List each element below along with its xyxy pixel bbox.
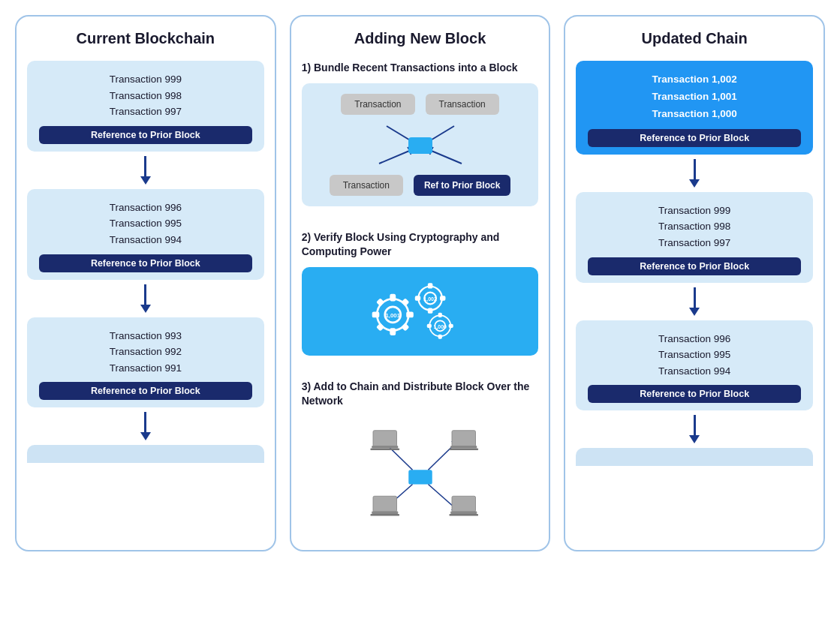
svg-rect-44 [452, 496, 476, 512]
svg-rect-18 [428, 284, 431, 287]
tx-label-3: Transaction [330, 175, 403, 196]
crypto-diagram: 1,001 1,002 [302, 267, 539, 356]
adding-block-title: Adding New Block [354, 30, 486, 47]
updated-block-partial [576, 448, 813, 466]
current-blockchain-title: Current Blockchain [77, 30, 215, 47]
bundle-top-row: Transaction Transaction [341, 94, 499, 115]
arrow-3 [140, 412, 151, 440]
svg-rect-21 [441, 296, 444, 299]
updated-arrow-line-1 [694, 159, 696, 179]
current-block-3-transactions: Transaction 993Transaction 992Transactio… [39, 328, 252, 377]
svg-rect-37 [370, 448, 399, 450]
main-container: Current Blockchain Transaction 999Transa… [15, 15, 825, 551]
svg-rect-8 [390, 329, 394, 334]
updated-block-3-ref: Reference to Prior Block [588, 385, 801, 403]
arrow-head-2 [140, 305, 151, 313]
svg-rect-12 [402, 299, 408, 305]
svg-rect-35 [373, 431, 397, 446]
svg-rect-10 [407, 313, 412, 317]
svg-rect-9 [373, 313, 378, 317]
tx-label-2: Transaction [426, 94, 499, 115]
svg-rect-25 [438, 313, 441, 316]
updated-block-2-transactions: Transaction 999Transaction 998Transactio… [588, 203, 801, 251]
updated-arrow-2 [689, 287, 700, 316]
current-block-1: Transaction 999Transaction 998Transactio… [27, 61, 264, 152]
updated-block-new: Transaction 1,002Transaction 1,001Transa… [576, 61, 813, 155]
updated-block-3: Transaction 996Transaction 995Transactio… [576, 320, 813, 411]
updated-arrow-head-2 [689, 308, 700, 316]
gears-svg: 1,001 1,002 [368, 278, 473, 345]
svg-rect-38 [452, 431, 476, 446]
svg-text:1,002: 1,002 [423, 296, 437, 302]
svg-rect-36 [372, 446, 398, 449]
svg-line-2 [379, 149, 413, 164]
updated-arrow-head-1 [689, 179, 700, 188]
svg-rect-13 [377, 324, 382, 329]
current-blockchain-column: Current Blockchain Transaction 999Transa… [15, 15, 276, 551]
current-block-2-ref: Reference to Prior Block [39, 254, 252, 272]
svg-rect-14 [402, 324, 408, 329]
current-block-1-ref: Reference to Prior Block [39, 126, 252, 144]
svg-rect-30 [408, 470, 432, 484]
svg-rect-39 [450, 446, 477, 449]
arrow-head-3 [140, 432, 151, 440]
bundle-arrows-svg [345, 122, 495, 167]
svg-line-3 [428, 149, 462, 164]
svg-rect-28 [449, 324, 452, 327]
current-block-3: Transaction 993Transaction 992Transactio… [27, 317, 264, 408]
svg-text:1,000: 1,000 [433, 324, 447, 330]
arrow-head-1 [140, 176, 151, 185]
svg-rect-19 [428, 308, 431, 312]
step2-title: 2) Verify Block Using Cryptography and C… [302, 230, 539, 260]
svg-text:1,001: 1,001 [385, 312, 400, 319]
svg-rect-45 [450, 511, 477, 514]
arrow-line-3 [144, 412, 146, 432]
bundle-bottom-row: Transaction Ref to Prior Block [330, 175, 511, 196]
tx-label-1: Transaction [341, 94, 414, 115]
arrow-line-1 [144, 156, 146, 176]
svg-rect-40 [449, 448, 478, 450]
current-block-3-ref: Reference to Prior Block [39, 382, 252, 400]
svg-rect-27 [427, 324, 430, 327]
updated-arrow-head-3 [689, 435, 700, 443]
svg-rect-46 [449, 514, 478, 516]
updated-arrow-3 [689, 415, 700, 443]
distribute-diagram [302, 416, 539, 536]
current-block-2: Transaction 996Transaction 995Transactio… [27, 189, 264, 280]
svg-rect-7 [390, 295, 394, 300]
updated-arrow-line-2 [694, 287, 696, 308]
svg-rect-20 [415, 296, 419, 299]
step3-title: 3) Add to Chain and Distribute Block Ove… [302, 380, 539, 409]
svg-rect-26 [438, 335, 441, 338]
svg-rect-4 [408, 137, 432, 154]
arrow-2 [140, 284, 151, 313]
updated-arrow-line-3 [694, 415, 696, 435]
updated-block-new-transactions: Transaction 1,002Transaction 1,001Transa… [588, 71, 801, 123]
bundle-diagram: Transaction Transaction [302, 83, 539, 206]
updated-chain-column: Updated Chain Transaction 1,002Transacti… [564, 15, 825, 551]
network-svg [353, 424, 488, 529]
updated-chain-title: Updated Chain [642, 30, 748, 47]
updated-arrow-1 [689, 159, 700, 188]
arrow-1 [140, 156, 151, 185]
svg-rect-11 [377, 299, 382, 305]
svg-rect-41 [373, 496, 397, 512]
svg-rect-43 [370, 514, 399, 516]
updated-block-new-ref: Reference to Prior Block [588, 129, 801, 147]
step1-title: 1) Bundle Recent Transactions into a Blo… [302, 61, 539, 76]
current-block-1-transactions: Transaction 999Transaction 998Transactio… [39, 71, 252, 120]
current-block-2-transactions: Transaction 996Transaction 995Transactio… [39, 200, 252, 248]
adding-block-column: Adding New Block 1) Bundle Recent Transa… [290, 15, 551, 551]
current-block-partial [27, 445, 264, 463]
bundle-arrows-container [345, 122, 495, 167]
updated-block-2-ref: Reference to Prior Block [588, 257, 801, 275]
ref-label: Ref to Prior Block [414, 175, 510, 196]
updated-block-3-transactions: Transaction 996Transaction 995Transactio… [588, 331, 801, 380]
arrow-line-2 [144, 284, 146, 305]
svg-rect-42 [372, 511, 398, 514]
updated-block-2: Transaction 999Transaction 998Transactio… [576, 192, 813, 283]
